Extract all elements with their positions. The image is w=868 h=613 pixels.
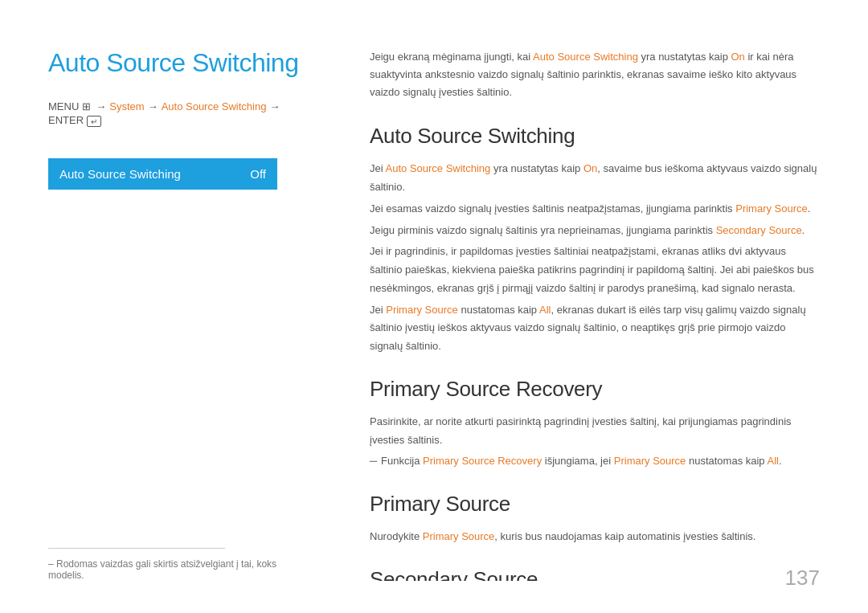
primary-recovery-note: Funkcija Primary Source Recovery išjungi… bbox=[370, 452, 820, 471]
menu-item-auto-source[interactable]: Auto Source Switching Off bbox=[48, 158, 277, 190]
page-number: 137 bbox=[785, 566, 820, 591]
system-link: System bbox=[109, 100, 144, 112]
primary-source-para-1: Nurodykite Primary Source, kuris bus nau… bbox=[370, 528, 820, 546]
menu-icon: ⊞ bbox=[82, 100, 91, 112]
auto-source-para-3: Jeigu pirminis vaizdo signalų šaltinis y… bbox=[370, 222, 820, 240]
on-ref-intro: On bbox=[731, 51, 744, 63]
enter-icon: ↵ bbox=[87, 116, 101, 127]
footnote: – Rodomas vaizdas gali skirtis atsižvelg… bbox=[48, 558, 313, 581]
arrow-2: → bbox=[148, 100, 158, 112]
section-body-primary-source: Nurodykite Primary Source, kuris bus nau… bbox=[370, 528, 820, 546]
menu-item-value: Off bbox=[250, 167, 266, 181]
auto-source-para-1: Jei Auto Source Switching yra nustatytas… bbox=[370, 160, 820, 197]
breadcrumb: MENU ⊞ → System → Auto Source Switching … bbox=[48, 100, 313, 126]
divider-line bbox=[48, 548, 225, 549]
menu-box: Auto Source Switching Off bbox=[48, 158, 277, 190]
primary-recovery-para-1: Pasirinkite, ar norite atkurti pasirinkt… bbox=[370, 413, 820, 450]
section-title-primary-source: Primary Source bbox=[370, 492, 820, 517]
auto-source-para-5: Jei Primary Source nustatomas kaip All, … bbox=[370, 301, 820, 356]
enter-label: ENTER bbox=[48, 114, 84, 126]
section-body-primary-recovery: Pasirinkite, ar norite atkurti pasirinkt… bbox=[370, 413, 820, 471]
menu-item-label: Auto Source Switching bbox=[59, 167, 181, 181]
divider-section: – Rodomas vaizdas gali skirtis atsižvelg… bbox=[48, 532, 313, 581]
auto-source-para-2: Jei esamas vaizdo signalų įvesties šalti… bbox=[370, 200, 820, 219]
menu-label: MENU bbox=[48, 100, 79, 112]
section-body-auto-source: Jei Auto Source Switching yra nustatytas… bbox=[370, 160, 820, 356]
main-title: Auto Source Switching bbox=[48, 48, 313, 78]
arrow-3: → bbox=[269, 100, 280, 112]
section-title-primary-recovery: Primary Source Recovery bbox=[370, 377, 820, 402]
right-column: Jeigu ekraną mėginama įjungti, kai Auto … bbox=[346, 48, 820, 581]
left-column: Auto Source Switching MENU ⊞ → System → … bbox=[48, 48, 346, 581]
feature-link: Auto Source Switching bbox=[162, 100, 267, 112]
arrow-1: → bbox=[96, 100, 106, 112]
section-title-secondary-source: Secondary Source bbox=[370, 567, 820, 581]
auto-source-para-4: Jei ir pagrindinis, ir papildomas įvesti… bbox=[370, 243, 820, 297]
intro-text: Jeigu ekraną mėginama įjungti, kai Auto … bbox=[370, 48, 820, 101]
section-title-auto-source: Auto Source Switching bbox=[370, 124, 820, 149]
auto-source-ref-intro: Auto Source Switching bbox=[533, 51, 638, 63]
